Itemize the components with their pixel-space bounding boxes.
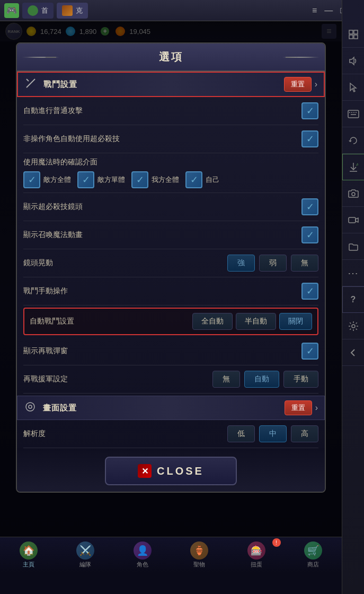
reset2-button[interactable]: 重置 [285,400,312,415]
setting-show-ultimate: 顯示超必殺技鏡頭 ✓ [23,193,318,221]
camera-none-btn[interactable]: 無 [291,255,318,272]
team-icon: ⚔️ [76,541,94,560]
sidebar-keyboard-btn[interactable] [342,101,365,127]
right-sidebar: APK ⋯ ? [342,0,364,594]
auto-battle-label: 自動戰鬥設置 [30,317,192,326]
shop-icon: 🛒 [304,541,322,560]
nav-home[interactable]: 🏠 主頁 [0,537,57,573]
minimize-icon[interactable]: — [324,6,333,15]
setting-auto-attack: 自動進行普通攻擊 ✓ [23,97,318,125]
relic-icon: 🏺 [190,541,208,560]
section1-title: 戰鬥設置 [43,80,77,90]
sidebar-volume-btn[interactable] [342,48,365,74]
nav-character[interactable]: 👤 角色 [114,537,171,573]
auto-attack-checkbox[interactable]: ✓ [301,102,318,119]
app-icon[interactable]: 🎮 [4,3,19,18]
svg-rect-20 [349,217,356,223]
reinforce-manual-btn[interactable]: 手動 [283,371,318,388]
camera-shake-label: 鏡頭晃動 [23,258,227,268]
options-panel: 選項 戰鬥設置 重置 › [16,42,326,493]
auto-full-btn[interactable]: 全自動 [192,313,233,330]
magic-confirm-label: 使用魔法時的確認介面 [23,158,318,167]
res-low-btn[interactable]: 低 [227,425,255,442]
nav-gacha-label: 扭蛋 [251,561,262,569]
show-ultimate-checkbox[interactable]: ✓ [301,198,318,215]
self-checkbox[interactable]: ✓ [185,171,202,188]
res-mid-btn[interactable]: 中 [259,425,287,442]
manual-combat-checkbox[interactable]: ✓ [301,283,318,300]
sidebar-rotate-btn[interactable] [342,127,365,154]
sidebar-expand-btn[interactable] [342,21,365,48]
self-label: 自己 [206,175,219,185]
bottom-nav: 🏠 主頁 ⚔️ 編隊 👤 角色 🏺 聖物 🎰 ! 扭蛋 🛒 [0,537,342,573]
sidebar-back-btn[interactable] [342,339,365,366]
svg-rect-4 [349,30,353,34]
close-btn-container: ✕ CLOSE [17,448,325,492]
setting-show-summon: 顯示召喚魔法動畫 ✓ [23,221,318,249]
svg-rect-9 [348,110,359,118]
auto-off-btn[interactable]: 關閉 [279,313,312,330]
auto-attack-label: 自動進行普通攻擊 [23,106,301,116]
top-bar: 🎮 首 克 ≡ — □ ✕ [0,0,364,21]
tab-home[interactable]: 首 [22,3,54,19]
reinforce-none-btn[interactable]: 無 [212,371,240,388]
camera-weak-btn[interactable]: 弱 [259,255,287,272]
setting-auto-battle: 自動戰鬥設置 全自動 半自動 關閉 [23,308,318,335]
close-label: CLOSE [157,465,204,477]
setting-resolution: 解析度 低 中 高 [23,420,318,448]
sidebar-more-btn[interactable]: ⋯ [342,260,365,286]
svg-marker-21 [356,218,358,222]
sidebar-download-btn[interactable]: APK [342,154,365,180]
nav-gacha[interactable]: 🎰 ! 扭蛋 [228,537,285,573]
svg-text:APK: APK [356,162,358,167]
close-x-icon: ✕ [138,464,152,478]
svg-point-2 [26,403,34,411]
section2-title: 畫面設置 [43,403,77,413]
sidebar-cursor-btn[interactable] [342,74,365,101]
checkbox-enemy-all: ✓ 敵方全體 [23,171,71,188]
tab-game[interactable]: 克 [57,3,88,19]
section2-header: 畫面設置 重置 › [17,396,325,420]
sidebar-screenshot-btn[interactable] [342,180,365,207]
show-revive-checkbox[interactable]: ✓ [301,343,318,360]
nav-home-label: 主頁 [23,561,34,569]
auto-skill-checkbox[interactable]: ✓ [301,130,318,147]
sidebar-record-btn[interactable] [342,207,365,233]
close-button[interactable]: ✕ CLOSE [105,457,237,485]
settings-list: 自動進行普通攻擊 ✓ 非操作角色自動使用超必殺技 ✓ 使用魔法時的確認介面 ✓ … [17,97,325,394]
svg-point-3 [29,405,32,408]
setting-magic-confirm: 使用魔法時的確認介面 ✓ 敵方全體 ✓ 敵方單體 ✓ 我方全體 [23,153,318,193]
sidebar-question-btn[interactable]: ? [342,286,365,313]
magic-confirm-group: ✓ 敵方全體 ✓ 敵方單體 ✓ 我方全體 ✓ 自 [23,171,318,188]
enemy-single-checkbox[interactable]: ✓ [77,171,94,188]
checkbox-enemy-single: ✓ 敵方單體 [77,171,125,188]
manual-combat-label: 戰鬥手動操作 [23,286,301,296]
sidebar-settings-btn[interactable] [342,313,365,339]
panel-header: 選項 [17,43,325,72]
auto-semi-btn[interactable]: 半自動 [236,313,276,330]
ally-all-checkbox[interactable]: ✓ [131,171,148,188]
setting-auto-skill: 非操作角色自動使用超必殺技 ✓ [23,125,318,153]
nav-team[interactable]: ⚔️ 編隊 [57,537,114,573]
enemy-all-label: 敵方全體 [43,175,71,185]
reinforce-auto-btn[interactable]: 自動 [244,371,279,388]
show-summon-checkbox[interactable]: ✓ [301,226,318,243]
enemy-all-checkbox[interactable]: ✓ [23,171,40,188]
setting-reinforce: 再戰援軍設定 無 自動 手動 [23,365,318,394]
section1-chevron: › [315,80,317,89]
nav-character-label: 角色 [137,561,148,569]
svg-rect-6 [349,35,353,39]
nav-shop-label: 商店 [307,561,319,569]
hamburger-icon[interactable]: ≡ [312,6,317,15]
enemy-single-label: 敵方單體 [97,175,125,185]
reset1-button[interactable]: 重置 [284,77,312,92]
setting-manual-combat: 戰鬥手動操作 ✓ [23,277,318,305]
svg-point-22 [352,325,355,328]
gear-circle-icon [24,400,39,415]
res-high-btn[interactable]: 高 [291,425,318,442]
nav-relic[interactable]: 🏺 聖物 [171,537,228,573]
setting-camera-shake: 鏡頭晃動 強 弱 無 [23,249,318,277]
nav-shop[interactable]: 🛒 商店 [285,537,342,573]
sidebar-folder-btn[interactable] [342,233,365,260]
camera-strong-btn[interactable]: 強 [227,255,255,272]
